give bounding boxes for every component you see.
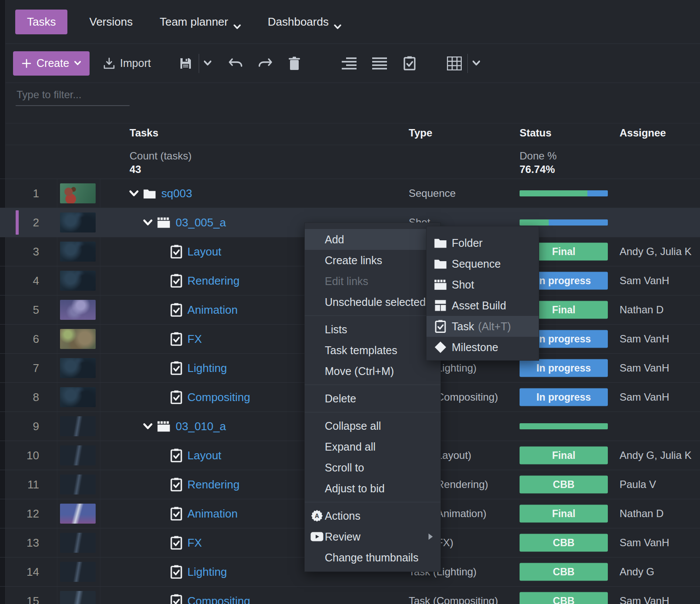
menu-item-asset-build[interactable]: Asset Build (427, 295, 539, 316)
column-header-type[interactable]: Type (409, 127, 432, 139)
menu-item-review[interactable]: Review (305, 526, 440, 547)
thumbnail[interactable] (60, 445, 96, 465)
item-link[interactable]: Compositing (187, 594, 250, 604)
tab-team-planner[interactable]: Team planner (160, 15, 241, 29)
import-button[interactable]: Import (103, 57, 151, 70)
menu-item-task-templates[interactable]: Task templates (305, 340, 440, 361)
save-options-chevron-icon[interactable] (204, 60, 211, 66)
item-link[interactable]: Rendering (187, 478, 240, 491)
thumbnail[interactable] (60, 416, 96, 436)
status-badge[interactable]: In progress (520, 388, 608, 406)
shot-icon (434, 278, 447, 291)
plus-icon (22, 59, 31, 68)
column-header-status[interactable]: Status (520, 127, 551, 139)
menu-item-shot[interactable]: Shot (427, 274, 539, 295)
thumbnail[interactable] (60, 300, 96, 320)
shot-icon (157, 421, 170, 432)
grid-icon[interactable] (447, 56, 462, 70)
thumbnail[interactable] (60, 504, 96, 524)
menu-item-label: Add (325, 233, 344, 246)
menu-item-label: Expand all (325, 441, 376, 453)
save-icon[interactable] (179, 56, 193, 70)
table-row[interactable]: 1sq003Sequence (0, 179, 700, 208)
divider (467, 54, 468, 73)
menu-item-lists[interactable]: Lists (305, 319, 440, 340)
menu-item-milestone[interactable]: Milestone (427, 337, 539, 358)
item-link[interactable]: 03_010_a (176, 420, 226, 433)
thumbnail[interactable] (60, 242, 96, 262)
status-badge[interactable]: CBB (520, 476, 608, 494)
item-link[interactable]: 03_005_a (176, 216, 226, 229)
status-badge[interactable]: In progress (520, 359, 608, 377)
thumbnail[interactable] (60, 387, 96, 407)
menu-item-add[interactable]: Add (305, 229, 440, 250)
menu-item-sequence[interactable]: Sequence (427, 253, 539, 274)
menu-item-move-ctrl-m[interactable]: Move (Ctrl+M) (305, 361, 440, 382)
tab-dashboards[interactable]: Dashboards (268, 15, 341, 29)
item-link[interactable]: sq003 (161, 187, 192, 200)
task-icon (170, 507, 182, 521)
menu-item-collapse-all[interactable]: Collapse all (305, 415, 440, 436)
status-badge[interactable]: CBB (520, 592, 608, 604)
undo-icon[interactable] (228, 58, 243, 69)
tab-tasks-label: Tasks (27, 15, 56, 29)
thumbnail[interactable] (60, 562, 96, 582)
status-badge[interactable]: CBB (520, 534, 608, 552)
column-header-assignee[interactable]: Assignee (620, 127, 666, 139)
collapse-chevron-icon[interactable] (143, 423, 153, 430)
filter-input[interactable] (16, 86, 130, 106)
item-link[interactable]: Compositing (187, 391, 250, 404)
progress-bar (520, 190, 608, 196)
row-number: 7 (16, 362, 39, 375)
tab-tasks[interactable]: Tasks (15, 10, 67, 34)
thumbnail[interactable] (60, 329, 96, 349)
menu-item-adjust-to-bid[interactable]: Adjust to bid (305, 478, 440, 499)
thumbnail[interactable] (60, 475, 96, 494)
item-link[interactable]: Layout (187, 245, 221, 259)
item-link[interactable]: FX (187, 536, 202, 550)
table-row[interactable]: 15CompositingTask (Compositing)CBBSam Va… (0, 586, 700, 604)
thumbnail[interactable] (60, 358, 96, 378)
align-right-icon[interactable] (342, 57, 357, 70)
item-link[interactable]: Layout (187, 449, 221, 462)
item-link[interactable]: Animation (187, 507, 238, 521)
thumbnail[interactable] (60, 533, 96, 553)
item-link[interactable]: Lighting (187, 565, 227, 579)
status-badge[interactable]: Final (520, 505, 608, 523)
thumbnail[interactable] (60, 183, 96, 203)
menu-item-folder[interactable]: Folder (427, 232, 539, 253)
menu-item-change-thumbnails[interactable]: Change thumbnails (305, 547, 440, 568)
thumbnail[interactable] (60, 271, 96, 291)
menu-item-unschedule-selected[interactable]: Unschedule selected (305, 292, 440, 312)
item-link[interactable]: Animation (187, 303, 238, 317)
collapse-chevron-icon[interactable] (143, 219, 153, 226)
grid-options-chevron-icon[interactable] (473, 60, 480, 66)
item-link[interactable]: Rendering (187, 274, 240, 288)
menu-item-create-links[interactable]: Create links (305, 250, 440, 271)
progress-bar (520, 219, 608, 226)
item-link[interactable]: FX (187, 332, 202, 346)
collapse-chevron-icon[interactable] (129, 190, 139, 197)
create-button[interactable]: Create (13, 51, 90, 76)
menu-item-expand-all[interactable]: Expand all (305, 436, 440, 457)
menu-item-task[interactable]: Task(Alt+T) (427, 316, 539, 337)
type-cell: Task (Compositing) (409, 595, 498, 604)
redo-icon[interactable] (257, 58, 273, 69)
trash-icon[interactable] (289, 56, 300, 70)
clipboard-check-icon[interactable] (403, 56, 416, 70)
thumbnail[interactable] (60, 591, 96, 604)
row-number: 14 (16, 565, 39, 579)
justify-icon[interactable] (372, 57, 387, 70)
tab-versions[interactable]: Versions (89, 15, 133, 29)
menu-item-label: Lists (325, 323, 347, 335)
menu-item-label: Unschedule selected (325, 296, 426, 308)
menu-item-delete[interactable]: Delete (305, 388, 440, 409)
status-badge[interactable]: Final (520, 447, 608, 465)
item-link[interactable]: Lighting (187, 362, 227, 375)
column-header-tasks[interactable]: Tasks (130, 127, 158, 139)
thumbnail[interactable] (60, 212, 96, 232)
tab-dashboards-label: Dashboards (268, 15, 329, 29)
status-badge[interactable]: CBB (520, 563, 608, 581)
menu-item-scroll-to[interactable]: Scroll to (305, 457, 440, 478)
menu-item-actions[interactable]: AActions (305, 505, 440, 526)
